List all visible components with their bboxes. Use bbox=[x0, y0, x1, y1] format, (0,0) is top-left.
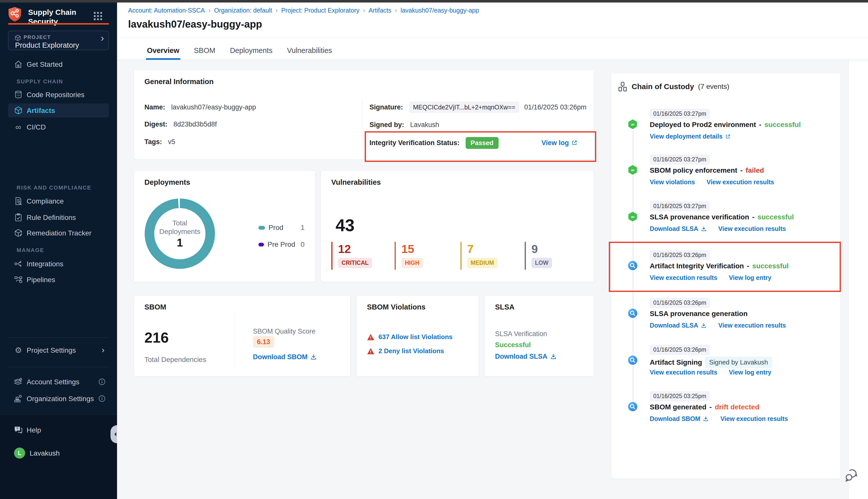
org-tree-gear-icon bbox=[14, 394, 23, 403]
event-title: Artifact Signing bbox=[650, 358, 702, 366]
event-status: failed bbox=[746, 167, 764, 174]
card-title: Vulnerabilities bbox=[331, 178, 381, 186]
prod-legend-dot bbox=[258, 226, 265, 230]
event-sbom-generated: 01/16/2025 03:25pm SBOM generated - drif… bbox=[611, 391, 841, 426]
event-timestamp: 01/16/2025 03:26pm bbox=[650, 298, 710, 308]
accent-divider bbox=[8, 23, 109, 25]
tab-deployments[interactable]: Deployments bbox=[229, 46, 273, 60]
signed-by-row: Signed by: Lavakush bbox=[370, 119, 439, 130]
tags-row: Tags: v5 bbox=[144, 136, 175, 147]
sidebar-item-compliance[interactable]: Compliance bbox=[8, 194, 109, 208]
event-timestamp: 01/16/2025 03:26pm bbox=[650, 250, 710, 260]
view-log-link[interactable]: View log bbox=[542, 139, 577, 147]
sidebar: Supply Chain Security PROJECT Product Ex… bbox=[0, 0, 117, 499]
info-icon[interactable] bbox=[98, 395, 106, 402]
sidebar-item-pipelines[interactable]: Pipelines bbox=[8, 272, 109, 287]
sidebar-item-label: Help bbox=[27, 426, 41, 434]
download-icon bbox=[701, 322, 707, 329]
sidebar-item-label: Code Repositories bbox=[27, 91, 84, 99]
project-label: PROJECT bbox=[24, 34, 51, 40]
sidebar-item-get-started[interactable]: Get Started bbox=[8, 57, 109, 71]
pipeline-hexagon-icon: ∞ bbox=[628, 211, 638, 222]
breadcrumb-organization[interactable]: Organization: default bbox=[214, 7, 272, 14]
sidebar-item-help[interactable]: ? Help bbox=[8, 423, 109, 437]
breadcrumb: Account: Automation-SSCA › Organization:… bbox=[128, 7, 479, 14]
tab-overview[interactable]: Overview bbox=[146, 46, 180, 60]
sidebar-item-integrations[interactable]: Integrations bbox=[8, 257, 109, 271]
events-count: (7 events) bbox=[698, 83, 730, 90]
event-deployed-to-prod2: 01/16/2025 03:27pm ∞ Deployed to Prod2 e… bbox=[611, 109, 841, 144]
view-execution-results-link[interactable]: View execution results bbox=[718, 225, 786, 232]
sidebar-item-organization-settings[interactable]: Organization Settings bbox=[8, 392, 109, 406]
view-execution-results-link[interactable]: View execution results bbox=[718, 322, 786, 329]
section-supply-chain: SUPPLY CHAIN bbox=[16, 78, 63, 85]
view-execution-results-link[interactable]: View execution results bbox=[707, 179, 774, 186]
sbom-total-label: Total Dependencies bbox=[144, 356, 206, 364]
view-log-entry-link[interactable]: View log entry bbox=[729, 274, 771, 281]
tags-value: v5 bbox=[168, 138, 175, 146]
deny-list-violations-link[interactable]: 2 Deny list Violations bbox=[367, 347, 444, 355]
view-log-entry-link[interactable]: View log entry bbox=[729, 369, 771, 376]
tab-bar: Overview SBOM Deployments Vulnerabilitie… bbox=[117, 37, 868, 60]
sidebar-item-remediation-tracker[interactable]: Remediation Tracker bbox=[8, 226, 109, 240]
download-slsa-link[interactable]: Download SLSA bbox=[650, 225, 707, 232]
download-sbom-link[interactable]: Download SBOM bbox=[650, 415, 709, 423]
vulnerabilities-card: Vulnerabilities 43 12 CRITICAL 15 HIGH 7… bbox=[321, 170, 594, 282]
breadcrumb-account[interactable]: Account: Automation-SSCA bbox=[128, 7, 205, 14]
card-title: SBOM Violations bbox=[367, 303, 425, 311]
tab-vulnerabilities[interactable]: Vulnerabilities bbox=[286, 46, 333, 60]
sidebar-item-project-settings[interactable]: ⚙ Project Settings › bbox=[8, 343, 109, 357]
module-grid-icon[interactable] bbox=[93, 11, 104, 22]
tab-sbom[interactable]: SBOM bbox=[193, 46, 216, 60]
name-value: lavakush07/easy-buggy-app bbox=[171, 104, 256, 111]
download-slsa-link[interactable]: Download SLSA bbox=[495, 353, 557, 361]
project-selector[interactable]: PROJECT Product Exploratory › bbox=[8, 31, 109, 50]
user-menu[interactable]: L Lavakush bbox=[8, 446, 109, 461]
view-deployment-details-link[interactable]: View deployment details bbox=[650, 133, 731, 140]
deployments-card: Deployments Total Deployments 1 Prod 1 P… bbox=[134, 170, 315, 282]
allow-list-violations-link[interactable]: 637 Allow list Violations bbox=[367, 333, 453, 341]
name-row: Name: lavakush07/easy-buggy-app bbox=[144, 102, 256, 113]
digest-row: Digest: 8d23bd3b5d8f bbox=[144, 119, 217, 130]
pipeline-hexagon-icon: ∞ bbox=[628, 165, 638, 175]
breadcrumb-project[interactable]: Project: Product Exploratory bbox=[281, 7, 359, 14]
feedback-chat-icon[interactable] bbox=[844, 468, 859, 483]
severity-critical: 12 CRITICAL bbox=[331, 242, 389, 271]
download-icon bbox=[310, 354, 317, 361]
download-icon bbox=[701, 226, 707, 232]
card-title: Deployments bbox=[144, 178, 190, 186]
code-repository-icon: </> bbox=[14, 90, 23, 99]
sidebar-item-artifacts[interactable]: Artifacts bbox=[8, 104, 109, 118]
sidebar-item-code-repositories[interactable]: </> Code Repositories bbox=[8, 88, 109, 102]
breadcrumb-current[interactable]: lavakush07/easy-buggy-app bbox=[401, 7, 479, 14]
sidebar-item-rule-definitions[interactable]: Rule Definitions bbox=[8, 210, 109, 224]
warning-triangle-icon bbox=[367, 348, 374, 355]
chain-of-custody-header: Chain of Custody (7 events) bbox=[618, 81, 730, 92]
view-execution-results-link[interactable]: View execution results bbox=[720, 415, 788, 423]
home-icon bbox=[14, 60, 23, 69]
external-link-icon bbox=[725, 134, 731, 139]
svg-text:</>: </> bbox=[16, 94, 20, 97]
view-execution-results-link[interactable]: View execution results bbox=[650, 369, 717, 376]
view-execution-results-link[interactable]: View execution results bbox=[650, 274, 717, 281]
donut-center-label-1: Total bbox=[155, 219, 205, 227]
layers-gear-icon bbox=[14, 378, 23, 386]
supply-chain-security-logo-icon bbox=[8, 7, 22, 22]
download-sbom-link[interactable]: Download SBOM bbox=[253, 353, 317, 361]
integrity-status-label: Integrity Verification Status: bbox=[370, 139, 460, 147]
breadcrumb-artifacts[interactable]: Artifacts bbox=[369, 7, 391, 14]
sidebar-item-account-settings[interactable]: Account Settings bbox=[8, 375, 109, 389]
svg-text:∞: ∞ bbox=[631, 168, 635, 173]
severity-high: 15 HIGH bbox=[395, 242, 452, 271]
sidebar-footer: ? Help L Lavakush bbox=[0, 415, 117, 499]
info-icon[interactable] bbox=[98, 378, 106, 385]
view-violations-link[interactable]: View violations bbox=[650, 179, 695, 186]
svg-text:?: ? bbox=[16, 427, 18, 430]
project-name: Product Exploratory bbox=[15, 41, 79, 49]
sidebar-item-cicd[interactable]: ∞ CI/CD bbox=[8, 120, 109, 134]
breadcrumb-separator: › bbox=[363, 7, 365, 14]
download-slsa-link[interactable]: Download SLSA bbox=[650, 322, 707, 329]
sidebar-item-label: Integrations bbox=[27, 260, 63, 268]
slsa-status: Successful bbox=[495, 341, 531, 349]
event-timestamp: 01/16/2025 03:27pm bbox=[650, 154, 710, 165]
